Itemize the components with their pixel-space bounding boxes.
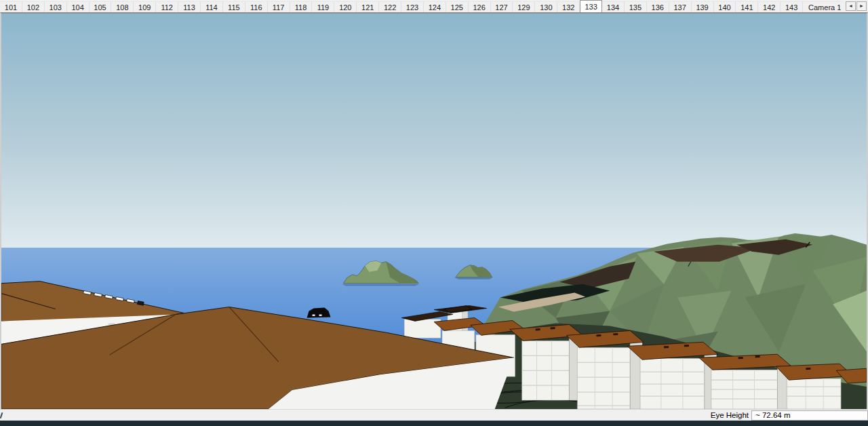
scene-tab-129[interactable]: 129 [513,1,535,12]
scene-tab-108[interactable]: 108 [111,1,134,12]
scene-tab-125[interactable]: 125 [446,1,469,12]
scene-tab-132[interactable]: 132 [557,1,580,12]
model-scene [1,14,867,409]
scene-tab-123[interactable]: 123 [401,1,424,12]
scene-tab-130[interactable]: 130 [535,1,557,12]
scene-tab-104[interactable]: 104 [67,1,90,12]
scene-tab-121[interactable]: 121 [357,1,379,12]
scene-tab-137[interactable]: 137 [669,1,692,12]
scene-tab-109[interactable]: 109 [134,1,156,12]
scene-tab-camera-1-act[interactable]: Camera 1 (ACT) [803,1,843,12]
scene-tabs: 1011021031041051081091121131141151161171… [0,0,843,12]
scene-tab-119[interactable]: 119 [312,1,334,12]
scene-tab-136[interactable]: 136 [647,1,669,12]
scene-tab-143[interactable]: 143 [781,1,803,12]
scene-tab-105[interactable]: 105 [90,1,112,12]
scene-tab-140[interactable]: 140 [714,1,736,12]
scene-tab-102[interactable]: 102 [22,1,45,12]
scene-tab-134[interactable]: 134 [602,1,625,12]
status-bar: Eye Height ~ 72.64 m [0,409,868,421]
scene-tab-112[interactable]: 112 [156,1,178,12]
scene-tab-126[interactable]: 126 [469,1,491,12]
scene-tab-133[interactable]: 133 [580,0,602,12]
eye-height-label: Eye Height [711,411,749,419]
measurements-box[interactable]: ~ 72.64 m [751,410,868,421]
scene-tab-122[interactable]: 122 [379,1,401,12]
tab-scrollers: ◄ ► [843,0,868,12]
status-partial-glyph [0,412,3,419]
sketchup-window: 1011021031041051081091121131141151161171… [0,0,868,426]
scene-tab-117[interactable]: 117 [268,1,290,12]
scene-tab-bar: 1011021031041051081091121131141151161171… [0,0,868,12]
scene-tab-135[interactable]: 135 [625,1,647,12]
scene-tab-115[interactable]: 115 [223,1,245,12]
left-arrow-icon: ◄ [848,3,853,8]
scene-tab-141[interactable]: 141 [736,1,758,12]
scene-tab-103[interactable]: 103 [45,1,67,12]
tab-scroll-right-button[interactable]: ► [856,1,867,11]
tab-scroll-left-button[interactable]: ◄ [846,1,856,11]
scene-tab-124[interactable]: 124 [424,1,446,12]
right-arrow-icon: ► [859,3,864,8]
sky [1,14,867,248]
taskbar-edge [0,421,868,426]
scene-tab-114[interactable]: 114 [201,1,223,12]
scene-tab-139[interactable]: 139 [692,1,714,12]
scene-tab-120[interactable]: 120 [334,1,357,12]
scene-tab-127[interactable]: 127 [491,1,513,12]
3d-viewport[interactable] [0,12,868,409]
scene-tab-113[interactable]: 113 [178,1,201,12]
scene-tab-142[interactable]: 142 [758,1,781,12]
scene-tab-101[interactable]: 101 [0,1,22,12]
scene-tab-116[interactable]: 116 [245,1,268,12]
scene-tab-118[interactable]: 118 [290,1,313,12]
